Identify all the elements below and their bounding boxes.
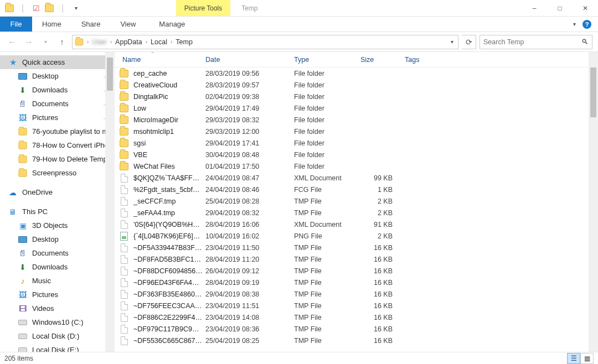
column-name[interactable]: Name: [115, 52, 198, 67]
file-icon: [121, 267, 128, 275]
file-row[interactable]: Low29/04/2019 17:49File folder: [115, 102, 598, 114]
file-row[interactable]: cep_cache28/03/2019 09:56File folder: [115, 67, 598, 79]
qat-dropdown-icon[interactable]: ▾: [70, 2, 82, 14]
column-date[interactable]: Date: [198, 52, 286, 67]
file-row[interactable]: ~DF886C2E2299F44…23/04/2019 14:08TMP Fil…: [115, 311, 598, 323]
nav-item[interactable]: ⬇Downloads: [0, 260, 115, 274]
forward-button[interactable]: →: [22, 35, 35, 49]
nav-item[interactable]: Local Disk (D:): [0, 329, 115, 343]
file-type: File folder: [294, 116, 360, 124]
file-row[interactable]: _seCFCF.tmp25/04/2019 08:28TMP File2 KB: [115, 195, 598, 207]
file-row[interactable]: ~DF756FEEC3CAAD…23/04/2019 11:51TMP File…: [115, 300, 598, 311]
thumbnails-view-button[interactable]: ▦: [580, 353, 594, 364]
address-dropdown-icon[interactable]: ▾: [448, 39, 456, 45]
nav-item-label: 76-youtube playlist to mp3: [32, 127, 115, 136]
properties-icon[interactable]: ☑: [30, 2, 42, 14]
nav-this-pc[interactable]: 🖥︎ This PC: [0, 205, 115, 219]
nav-item[interactable]: Desktop: [0, 232, 115, 246]
file-row[interactable]: ~DF5A339447B83F2…23/04/2019 11:50TMP Fil…: [115, 242, 598, 253]
nav-onedrive[interactable]: ☁ OneDrive: [0, 185, 115, 199]
details-view-button[interactable]: ☰: [567, 353, 580, 364]
file-row[interactable]: ~DF363FB35E48600…29/04/2019 08:38TMP Fil…: [115, 288, 598, 300]
scrollbar-thumb[interactable]: [107, 58, 113, 91]
nav-item[interactable]: ♪Music: [0, 274, 115, 288]
breadcrumb-segment[interactable]: Local: [148, 37, 169, 47]
search-icon[interactable]: 🔍︎: [581, 38, 589, 46]
up-button[interactable]: ↑: [55, 35, 69, 49]
nav-item[interactable]: 📄︎Documents: [0, 246, 115, 260]
file-row[interactable]: '0S{64}(YQ9OB%HE…28/04/2019 16:06XML Doc…: [115, 219, 598, 230]
column-tags[interactable]: Tags: [397, 52, 441, 67]
nav-item[interactable]: Local Disk (E:): [0, 343, 115, 352]
folder-icon[interactable]: [3, 2, 16, 14]
nav-item-label: Documents: [32, 100, 69, 108]
nav-item[interactable]: Desktop📌︎: [0, 69, 115, 83]
file-row[interactable]: ~DF979C117B9C9F…23/04/2019 08:36TMP File…: [115, 323, 598, 335]
scrollbar-thumb[interactable]: [590, 67, 596, 117]
breadcrumb-segment[interactable]: AppData: [113, 37, 145, 47]
tab-share[interactable]: Share: [71, 17, 111, 32]
file-row[interactable]: _seFAA4.tmp29/04/2019 08:32TMP File2 KB: [115, 207, 598, 219]
nav-item[interactable]: 🎞︎Videos: [0, 301, 115, 315]
file-row[interactable]: ~DF8FAD5B3BFC12…28/04/2019 11:20TMP File…: [115, 253, 598, 265]
qat-divider: |: [17, 2, 29, 14]
search-box[interactable]: 🔍︎: [480, 35, 592, 49]
address-bar[interactable]: › User › AppData › Local › Temp ▾: [72, 35, 458, 49]
nav-quick-access[interactable]: ★ Quick access: [0, 55, 115, 69]
file-name: msohtmlclip1: [133, 128, 205, 136]
chevron-right-icon[interactable]: ›: [110, 39, 112, 45]
minimize-button[interactable]: –: [522, 0, 547, 17]
nav-item[interactable]: ▣3D Objects: [0, 219, 115, 232]
file-type: File folder: [294, 139, 360, 147]
nav-item[interactable]: 🖼︎Pictures📌︎: [0, 111, 115, 124]
file-row[interactable]: CreativeCloud28/03/2019 09:57File folder: [115, 79, 598, 91]
chevron-right-icon[interactable]: ›: [87, 39, 89, 45]
tab-manage[interactable]: Manage: [149, 17, 195, 32]
file-row[interactable]: ~DF5536C665C867…25/04/2019 08:25TMP File…: [115, 335, 598, 346]
tab-home[interactable]: Home: [32, 17, 71, 32]
nav-item[interactable]: 📄︎Documents📌︎: [0, 97, 115, 111]
file-row[interactable]: DingtalkPic02/04/2019 09:38File folder: [115, 91, 598, 102]
nav-item[interactable]: 🖼︎Pictures: [0, 288, 115, 301]
tab-view[interactable]: View: [110, 17, 146, 32]
file-row[interactable]: VBE30/04/2019 08:48File folder: [115, 149, 598, 160]
expand-ribbon-icon[interactable]: ▾: [573, 21, 576, 27]
help-icon[interactable]: ?: [582, 20, 591, 29]
file-tab[interactable]: File: [0, 17, 32, 32]
folder-icon: [18, 154, 28, 164]
navpane-scrollbar[interactable]: [105, 52, 115, 352]
file-row[interactable]: MicroImageDir29/03/2019 08:32File folder: [115, 114, 598, 126]
file-row[interactable]: msohtmlclip129/03/2019 12:00File folder: [115, 126, 598, 137]
file-row[interactable]: $QK]QZ%`TAA$FF%…24/04/2019 08:47XML Docu…: [115, 172, 598, 184]
history-dropdown-icon[interactable]: ▾: [39, 35, 52, 49]
chevron-right-icon[interactable]: ›: [146, 39, 147, 45]
breadcrumb-user[interactable]: User: [90, 37, 109, 47]
file-row[interactable]: WeChat Files01/04/2019 17:50File folder: [115, 160, 598, 172]
search-input[interactable]: [483, 38, 581, 46]
close-button[interactable]: ✕: [573, 0, 598, 17]
nav-item[interactable]: ⬇Downloads📌︎: [0, 83, 115, 97]
back-button[interactable]: ←: [6, 35, 19, 49]
file-row[interactable]: sgsi29/04/2019 17:41File folder: [115, 137, 598, 149]
qat-folder-icon[interactable]: [43, 2, 55, 14]
file-name: ~DF5A339447B83F2…: [133, 244, 205, 252]
chevron-right-icon[interactable]: ›: [171, 39, 172, 45]
file-row[interactable]: {`4[L04B7K96)EF6]FE…10/04/2019 16:02PNG …: [115, 230, 598, 242]
file-name: MicroImageDir: [133, 116, 205, 124]
nav-item[interactable]: 76-youtube playlist to mp3: [0, 124, 115, 138]
file-row[interactable]: %2Fgdt_stats_5cbfb…24/04/2019 08:46FCG F…: [115, 184, 598, 195]
refresh-button[interactable]: ⟳: [462, 35, 476, 49]
nav-item[interactable]: 78-How to Convert iPhone: [0, 138, 115, 152]
file-row[interactable]: ~DF96ED43F6FA4EA…28/04/2019 09:19TMP Fil…: [115, 277, 598, 288]
nav-item[interactable]: Windows10 (C:): [0, 315, 115, 329]
column-type[interactable]: Type: [286, 52, 353, 67]
content-scrollbar[interactable]: [589, 52, 598, 352]
folder-icon: [120, 139, 128, 147]
file-name: ~DF8FAD5B3BFC12…: [133, 256, 205, 263]
column-size[interactable]: Size: [353, 52, 397, 67]
breadcrumb-segment[interactable]: Temp: [173, 37, 195, 47]
file-row[interactable]: ~DF88DCF6094856B…26/04/2019 09:12TMP Fil…: [115, 265, 598, 277]
nav-item[interactable]: 79-How to Delete Temp Fi: [0, 152, 115, 166]
maximize-button[interactable]: □: [547, 0, 573, 17]
nav-item[interactable]: Screenpresso: [0, 166, 115, 180]
